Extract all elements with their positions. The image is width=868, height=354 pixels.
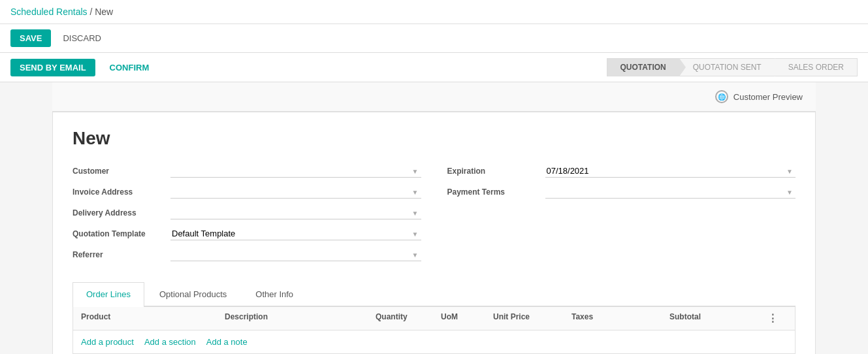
confirm-button[interactable]: CONFIRM	[101, 59, 159, 76]
breadcrumb-current: New	[95, 7, 113, 17]
status-bar: SEND BY EMAIL CONFIRM QUOTATION QUOTATIO…	[0, 53, 868, 82]
table-actions: Add a product Add a section Add a note	[73, 330, 795, 353]
expiration-label: Expiration	[447, 167, 545, 176]
invoice-address-input[interactable]	[170, 185, 421, 199]
customer-preview-button[interactable]: 🌐 Customer Preview	[715, 90, 803, 103]
breadcrumb: Scheduled Rentals / New	[0, 0, 868, 24]
discard-button[interactable]: DISCARD	[56, 29, 108, 47]
action-bar: SAVE DISCARD	[0, 24, 868, 53]
more-columns-icon[interactable]: ⋮	[767, 313, 778, 324]
col-description: Description	[225, 312, 376, 325]
tab-optional-products[interactable]: Optional Products	[146, 282, 240, 306]
tabs-bar: Order Lines Optional Products Other Info	[72, 282, 796, 307]
col-more[interactable]: ⋮	[767, 312, 787, 325]
quotation-template-field: Quotation Template ▼	[72, 227, 421, 240]
quotation-template-label: Quotation Template	[72, 229, 170, 238]
step-quotation-sent[interactable]: QUOTATION SENT	[679, 58, 775, 76]
form-row: Customer ▼ Invoice Address ▼ Delivery Ad…	[72, 165, 796, 269]
main-content: 🌐 Customer Preview New Customer ▼ Invoic…	[0, 82, 868, 354]
customer-preview-bar: 🌐 Customer Preview	[52, 82, 816, 112]
expiration-input-wrap: ▼	[545, 165, 796, 178]
add-note-link[interactable]: Add a note	[206, 337, 248, 347]
form-col-left: Customer ▼ Invoice Address ▼ Delivery Ad…	[72, 165, 421, 269]
tab-order-lines[interactable]: Order Lines	[72, 282, 144, 307]
delivery-address-input[interactable]	[170, 206, 421, 219]
quotation-template-input[interactable]	[170, 227, 421, 240]
payment-terms-input-wrap: ▼	[545, 185, 796, 199]
send-email-button[interactable]: SEND BY EMAIL	[10, 59, 95, 76]
col-uom: UoM	[441, 312, 493, 325]
globe-icon: 🌐	[715, 90, 728, 103]
col-taxes: Taxes	[571, 312, 669, 325]
payment-terms-label: Payment Terms	[447, 187, 545, 197]
payment-terms-input[interactable]	[545, 185, 796, 199]
form-card: New Customer ▼ Invoice Address ▼	[52, 112, 816, 354]
referrer-label: Referrer	[72, 250, 170, 259]
invoice-address-label: Invoice Address	[72, 187, 170, 197]
breadcrumb-parent[interactable]: Scheduled Rentals	[10, 7, 88, 17]
customer-input[interactable]	[170, 165, 421, 178]
step-quotation[interactable]: QUOTATION	[607, 58, 680, 76]
step-sales-order[interactable]: SALES ORDER	[775, 58, 858, 76]
status-steps: QUOTATION QUOTATION SENT SALES ORDER	[607, 58, 858, 76]
status-left: SEND BY EMAIL CONFIRM	[10, 59, 158, 76]
col-quantity: Quantity	[376, 312, 441, 325]
add-section-link[interactable]: Add a section	[144, 337, 196, 347]
delivery-address-label: Delivery Address	[72, 208, 170, 217]
delivery-address-input-wrap: ▼	[170, 206, 421, 219]
delivery-address-field: Delivery Address ▼	[72, 206, 421, 219]
customer-input-wrap: ▼	[170, 165, 421, 178]
customer-preview-label: Customer Preview	[733, 92, 803, 102]
quotation-template-input-wrap: ▼	[170, 227, 421, 240]
customer-field: Customer ▼	[72, 165, 421, 178]
referrer-input[interactable]	[170, 248, 421, 261]
table-wrap: Product Description Quantity UoM Unit Pr…	[72, 307, 796, 354]
invoice-address-input-wrap: ▼	[170, 185, 421, 199]
invoice-address-field: Invoice Address ▼	[72, 185, 421, 199]
form-col-right: Expiration ▼ Payment Terms ▼	[447, 165, 796, 269]
customer-label: Customer	[72, 167, 170, 176]
referrer-field: Referrer ▼	[72, 248, 421, 261]
add-product-link[interactable]: Add a product	[81, 337, 134, 347]
col-product: Product	[81, 312, 225, 325]
expiration-input[interactable]	[545, 165, 796, 178]
col-subtotal: Subtotal	[669, 312, 767, 325]
save-button[interactable]: SAVE	[10, 29, 51, 47]
form-title: New	[72, 128, 796, 149]
expiration-field: Expiration ▼	[447, 165, 796, 178]
tab-other-info[interactable]: Other Info	[242, 282, 307, 306]
col-unit-price: Unit Price	[493, 312, 571, 325]
payment-terms-field: Payment Terms ▼	[447, 185, 796, 199]
referrer-input-wrap: ▼	[170, 248, 421, 261]
table-header: Product Description Quantity UoM Unit Pr…	[73, 307, 795, 330]
